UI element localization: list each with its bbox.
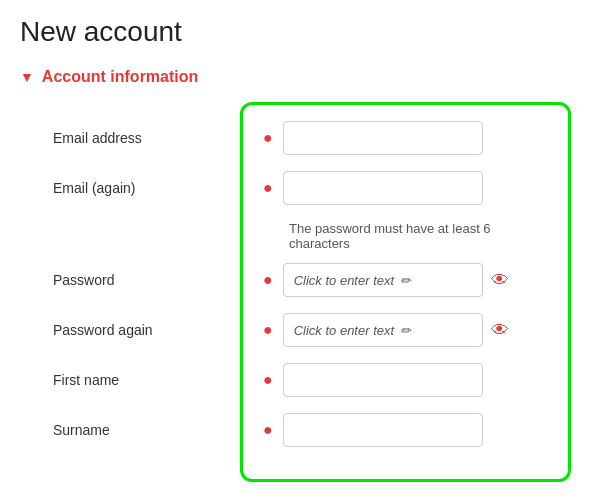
email-input[interactable] [283, 121, 483, 155]
email-again-input[interactable] [283, 171, 483, 205]
email-again-row: Email (again) ● [263, 171, 548, 205]
password-hint: The password must have at least 6 charac… [289, 221, 548, 251]
password-label: Password [53, 272, 243, 288]
page-title: New account [20, 16, 571, 48]
password-again-eye-icon[interactable]: 👁 [491, 320, 509, 341]
surname-row: Surname ● [263, 413, 548, 447]
password-pencil-icon: ✏ [400, 273, 411, 288]
password-eye-icon[interactable]: 👁 [491, 270, 509, 291]
section-arrow-icon: ▼ [20, 69, 34, 85]
first-name-error-icon: ● [263, 371, 273, 389]
password-again-field-wrapper: Click to enter text ✏ 👁 [283, 313, 509, 347]
password-again-click-text: Click to enter text [294, 323, 394, 338]
email-row: Email address ● [263, 121, 548, 155]
email-again-label: Email (again) [53, 180, 243, 196]
password-again-row: Password again ● Click to enter text ✏ 👁 [263, 313, 548, 347]
first-name-label: First name [53, 372, 243, 388]
section-header-label: Account information [42, 68, 198, 86]
surname-input[interactable] [283, 413, 483, 447]
form-container: Email address ● Email (again) ● The pass… [240, 102, 571, 482]
email-again-error-icon: ● [263, 179, 273, 197]
password-field-wrapper: Click to enter text ✏ 👁 [283, 263, 509, 297]
password-again-error-icon: ● [263, 321, 273, 339]
section-header: ▼ Account information [20, 68, 571, 86]
surname-error-icon: ● [263, 421, 273, 439]
email-label: Email address [53, 130, 243, 146]
password-error-icon: ● [263, 271, 273, 289]
password-click-text: Click to enter text [294, 273, 394, 288]
form-wrapper: Email address ● Email (again) ● The pass… [20, 102, 571, 482]
password-again-label: Password again [53, 322, 243, 338]
password-click-to-enter-button[interactable]: Click to enter text ✏ [283, 263, 483, 297]
password-again-click-to-enter-button[interactable]: Click to enter text ✏ [283, 313, 483, 347]
password-row: Password ● Click to enter text ✏ 👁 [263, 263, 548, 297]
first-name-row: First name ● [263, 363, 548, 397]
password-again-pencil-icon: ✏ [400, 323, 411, 338]
surname-label: Surname [53, 422, 243, 438]
email-error-icon: ● [263, 129, 273, 147]
first-name-input[interactable] [283, 363, 483, 397]
